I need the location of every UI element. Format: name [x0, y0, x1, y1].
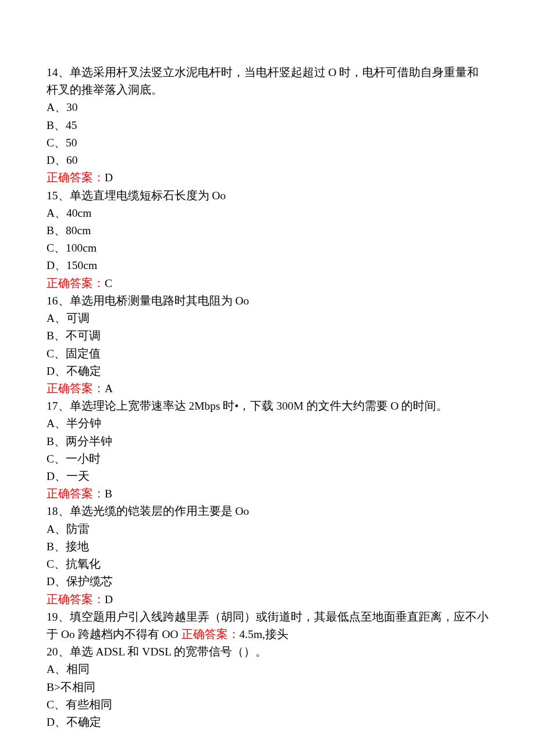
option-c: C、一小时: [47, 450, 488, 468]
option-d: D、一天: [47, 468, 488, 485]
option-a: A、40cm: [47, 205, 488, 222]
question-text: 18、单选光缆的铠装层的作用主要是 Oo: [47, 503, 488, 520]
answer-label: 正确答案：: [47, 171, 105, 184]
answer-label: 正确答案：: [47, 488, 105, 500]
question-20: 20、单选 ADSL 和 VDSL 的宽带信号（）。 A、相同 B>不相同 C、…: [47, 643, 488, 731]
option-d: D、不确定: [47, 714, 488, 731]
question-text: 14、单选采用杆叉法竖立水泥电杆时，当电杆竖起超过 O 时，电杆可借助自身重量和…: [47, 64, 488, 99]
option-c: C、100cm: [47, 239, 488, 257]
answer-value: B: [105, 488, 112, 500]
option-b: B、接地: [47, 538, 488, 556]
answer-label: 正确答案：: [181, 628, 240, 640]
answer-line: 正确答案：D: [47, 591, 488, 608]
answer-value: D: [105, 593, 113, 605]
answer-value: 4.5m,接头: [240, 628, 288, 640]
option-c: C、50: [47, 134, 488, 152]
option-a: A、相同: [47, 661, 488, 678]
question-17: 17、单选理论上宽带速率达 2Mbps 时•，下载 300M 的文件大约需要 O…: [47, 397, 488, 503]
answer-value: A: [105, 382, 113, 395]
answer-line: 正确答案：A: [47, 380, 488, 397]
answer-line: 正确答案：B: [47, 485, 488, 503]
option-c: C、有些相同: [47, 696, 488, 714]
question-text: 16、单选用电桥测量电路时其电阻为 Oo: [47, 292, 488, 310]
question-14: 14、单选采用杆叉法竖立水泥电杆时，当电杆竖起超过 O 时，电杆可借助自身重量和…: [47, 64, 488, 187]
question-19: 19、填空题用户引入线跨越里弄（胡同）或街道时，其最低点至地面垂直距离，应不小于…: [47, 608, 488, 643]
answer-value: D: [105, 171, 113, 184]
question-16: 16、单选用电桥测量电路时其电阻为 Oo A、可调 B、不可调 C、固定值 D、…: [47, 292, 488, 397]
answer-value: C: [105, 277, 112, 289]
option-a: A、防雷: [47, 521, 488, 538]
option-a: A、半分钟: [47, 415, 488, 432]
option-d: D、60: [47, 152, 488, 169]
answer-line: 正确答案：D: [47, 169, 488, 187]
question-15: 15、单选直埋电缆短标石长度为 Oo A、40cm B、80cm C、100cm…: [47, 187, 488, 292]
option-a: A、30: [47, 99, 488, 116]
question-text: 15、单选直埋电缆短标石长度为 Oo: [47, 187, 488, 205]
question-text: 20、单选 ADSL 和 VDSL 的宽带信号（）。: [47, 643, 488, 661]
question-18: 18、单选光缆的铠装层的作用主要是 Oo A、防雷 B、接地 C、抗氧化 D、保…: [47, 503, 488, 608]
option-b: B、80cm: [47, 222, 488, 239]
question-text: 17、单选理论上宽带速率达 2Mbps 时•，下载 300M 的文件大约需要 O…: [47, 397, 488, 415]
option-c: C、抗氧化: [47, 556, 488, 573]
option-d: D、150cm: [47, 257, 488, 274]
answer-label: 正确答案：: [47, 382, 105, 395]
option-c: C、固定值: [47, 345, 488, 363]
option-b: B、45: [47, 117, 488, 134]
answer-label: 正确答案：: [47, 593, 105, 605]
option-a: A、可调: [47, 310, 488, 327]
option-d: D、不确定: [47, 363, 488, 380]
option-b: B、不可调: [47, 327, 488, 345]
answer-line: 正确答案：C: [47, 275, 488, 292]
option-b: B>不相同: [47, 679, 488, 696]
option-b: B、两分半钟: [47, 433, 488, 450]
answer-label: 正确答案：: [47, 277, 105, 289]
option-d: D、保护缆芯: [47, 573, 488, 590]
